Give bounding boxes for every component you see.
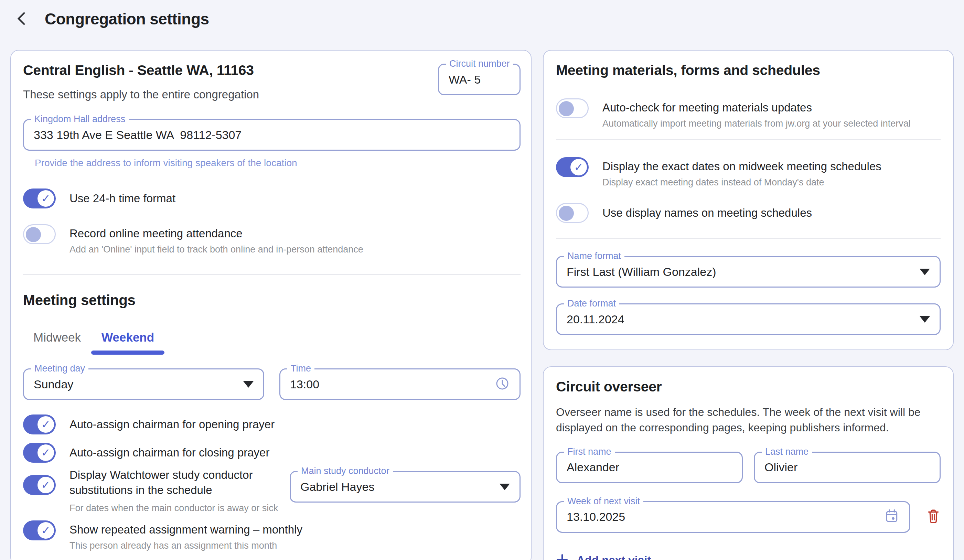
congregation-title: Central English - Seattle WA, 11163: [23, 62, 259, 78]
congregation-subtitle: These settings apply to the entire congr…: [23, 88, 259, 101]
display-names-toggle[interactable]: [556, 203, 589, 223]
time-label: Time: [287, 363, 314, 374]
date-format-select[interactable]: Date format 20.11.2024: [556, 303, 941, 335]
first-name-value: Alexander: [567, 461, 619, 474]
tab-midweek[interactable]: Midweek: [23, 330, 91, 355]
time-value: 13:00: [290, 378, 319, 391]
auto-check-helper: Automatically import meeting materials f…: [602, 118, 911, 129]
toggle-thumb: [37, 190, 54, 207]
materials-card: Meeting materials, forms and schedules A…: [543, 50, 954, 350]
online-attendance-helper: Add an 'Online' input field to track bot…: [70, 244, 363, 255]
display-names-row: Use display names on meeting schedules: [556, 203, 941, 223]
chevron-down-icon: [243, 381, 254, 387]
toggle-thumb: [26, 227, 41, 242]
main-study-conductor-label: Main study conductor: [298, 466, 393, 476]
closing-prayer-label: Auto-assign chairman for closing prayer: [70, 446, 269, 459]
exact-dates-toggle[interactable]: [556, 157, 589, 177]
name-format-value: First Last (William Gonzalez): [567, 265, 716, 278]
last-name-value: Olivier: [764, 461, 798, 474]
repeated-warning-label: Show repeated assignment warning – month…: [70, 523, 303, 536]
chevron-down-icon: [920, 269, 930, 275]
online-attendance-label: Record online meeting attendance: [70, 227, 363, 240]
date-format-label: Date format: [564, 298, 619, 309]
closing-prayer-row: Auto-assign chairman for closing prayer: [23, 443, 521, 463]
opening-prayer-toggle[interactable]: [23, 415, 56, 435]
repeated-warning-helper: This person already has an assignment th…: [70, 540, 303, 551]
circuit-number-input[interactable]: Circuit number WA- 5: [438, 63, 521, 95]
toggle-thumb: [37, 477, 54, 493]
exact-dates-helper: Display exact meeting dates instead of M…: [602, 177, 881, 188]
page-header: Congregation settings: [0, 0, 964, 38]
meeting-tabs: Midweek Weekend: [23, 330, 521, 355]
wt-substitutions-row: Display Watchtower study conductor subst…: [23, 467, 521, 514]
opening-prayer-label: Auto-assign chairman for opening prayer: [70, 418, 275, 431]
repeated-warning-row: Show repeated assignment warning – month…: [23, 521, 521, 551]
congregation-card: Central English - Seattle WA, 11163 Thes…: [10, 50, 532, 560]
week-of-next-visit-input[interactable]: Week of next visit 13.10.2025: [556, 501, 910, 533]
meeting-settings-title: Meeting settings: [23, 292, 521, 309]
date-format-value: 20.11.2024: [567, 313, 624, 326]
last-name-input[interactable]: Last name Olivier: [754, 452, 941, 483]
week-of-next-visit-value: 13.10.2025: [567, 510, 625, 524]
wt-substitutions-toggle[interactable]: [23, 475, 56, 495]
time-format-toggle[interactable]: [23, 189, 56, 208]
circuit-overseer-card: Circuit overseer Overseer name is used f…: [543, 366, 954, 560]
display-names-label: Use display names on meeting schedules: [602, 207, 812, 220]
circuit-number-label: Circuit number: [446, 59, 513, 69]
name-format-select[interactable]: Name format First Last (William Gonzalez…: [556, 256, 941, 288]
exact-dates-label: Display the exact dates on midweek meeti…: [602, 160, 881, 173]
add-next-visit-label: Add next visit: [576, 554, 651, 560]
calendar-icon[interactable]: [884, 508, 900, 526]
toggle-thumb: [570, 159, 587, 176]
wt-substitutions-label: Display Watchtower study conductor subst…: [70, 467, 290, 497]
first-name-input[interactable]: First name Alexander: [556, 452, 743, 483]
main-study-conductor-select[interactable]: Main study conductor Gabriel Hayes: [290, 471, 521, 503]
name-format-label: Name format: [564, 251, 624, 261]
toggle-thumb: [37, 444, 54, 461]
time-format-label: Use 24-h time format: [70, 192, 176, 205]
address-helper: Provide the address to inform visiting s…: [35, 158, 521, 169]
meeting-day-value: Sunday: [34, 378, 73, 391]
kingdom-hall-address-input[interactable]: Kingdom Hall address 333 19th Ave E Seat…: [23, 119, 521, 151]
circuit-number-value: WA- 5: [449, 73, 480, 86]
chevron-down-icon: [920, 316, 930, 323]
exact-dates-row: Display the exact dates on midweek meeti…: [556, 157, 941, 188]
auto-check-row: Auto-check for meeting materials updates…: [556, 98, 941, 129]
time-format-row: Use 24-h time format: [23, 189, 521, 208]
toggle-thumb: [559, 206, 574, 221]
auto-check-toggle[interactable]: [556, 98, 589, 118]
chevron-left-icon: [14, 10, 30, 28]
plus-icon: [556, 553, 568, 560]
address-label: Kingdom Hall address: [31, 114, 129, 125]
address-value: 333 19th Ave E Seattle WA 98112-5307: [34, 128, 241, 142]
toggle-thumb: [37, 416, 54, 433]
add-next-visit-button[interactable]: Add next visit: [556, 553, 941, 560]
divider: [23, 274, 521, 275]
circuit-overseer-description: Overseer name is used for the schedules.…: [556, 405, 941, 436]
first-name-label: First name: [564, 446, 615, 457]
toggle-thumb: [559, 101, 574, 116]
repeated-warning-toggle[interactable]: [23, 521, 56, 540]
last-name-label: Last name: [762, 446, 812, 457]
page-title: Congregation settings: [45, 10, 209, 28]
back-button[interactable]: [13, 10, 31, 28]
opening-prayer-row: Auto-assign chairman for opening prayer: [23, 415, 521, 435]
online-attendance-toggle[interactable]: [23, 224, 56, 244]
week-of-next-visit-label: Week of next visit: [564, 496, 643, 507]
divider: [556, 139, 941, 140]
meeting-day-label: Meeting day: [31, 363, 88, 374]
main-study-conductor-value: Gabriel Hayes: [300, 480, 375, 493]
divider: [556, 238, 941, 239]
trash-icon: [926, 508, 941, 525]
clock-icon[interactable]: [495, 376, 510, 392]
toggle-thumb: [37, 522, 54, 539]
closing-prayer-toggle[interactable]: [23, 443, 56, 463]
delete-visit-button[interactable]: [926, 508, 941, 525]
content: Central English - Seattle WA, 11163 Thes…: [0, 38, 964, 560]
tab-weekend[interactable]: Weekend: [91, 330, 164, 355]
meeting-day-select[interactable]: Meeting day Sunday: [23, 368, 264, 400]
online-attendance-row: Record online meeting attendance Add an …: [23, 224, 521, 255]
meeting-time-input[interactable]: Time 13:00: [279, 368, 521, 400]
circuit-overseer-title: Circuit overseer: [556, 379, 941, 395]
auto-check-label: Auto-check for meeting materials updates: [602, 101, 911, 114]
